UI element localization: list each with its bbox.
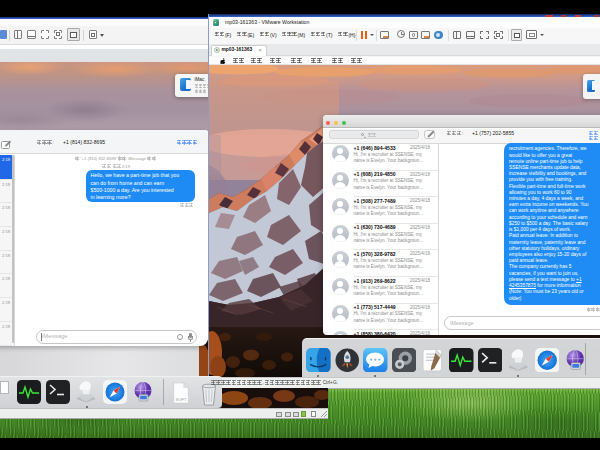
svg-text:SOFT: SOFT — [176, 397, 187, 402]
